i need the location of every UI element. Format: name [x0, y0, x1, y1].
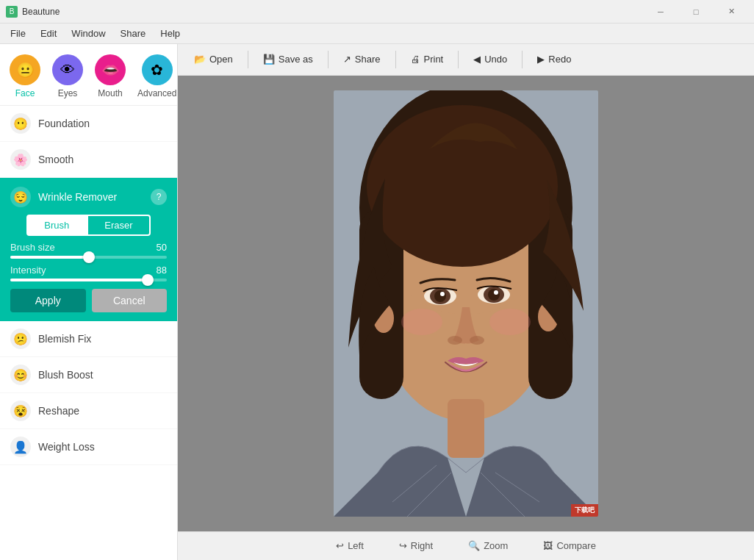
sidebar-item-blush-boost[interactable]: 😊 Blush Boost	[0, 357, 177, 393]
weight-loss-label: Weight Loss	[38, 441, 95, 453]
eyes-tab-icon: 👁	[52, 54, 83, 85]
brush-size-track[interactable]	[10, 256, 167, 259]
compare-label: Compare	[556, 540, 595, 551]
titlebar: B Beautune ─ □ ✕	[0, 0, 754, 24]
svg-rect-7	[448, 399, 484, 458]
brush-size-row: Brush size 50	[10, 242, 167, 259]
maximize-button[interactable]: □	[679, 0, 713, 24]
action-row: Apply Cancel	[10, 289, 167, 312]
sidebar-item-foundation[interactable]: 😶 Foundation	[0, 106, 177, 142]
smooth-label: Smooth	[38, 154, 73, 165]
svg-point-22	[401, 309, 442, 335]
svg-point-19	[494, 290, 498, 295]
zoom-icon: 🔍	[468, 540, 480, 551]
tab-face[interactable]: 😐 Face	[4, 51, 46, 101]
compare-icon: 🖼	[543, 540, 553, 551]
undo-button[interactable]: ◀ Undo	[464, 50, 516, 68]
bottombar: ↩ Left ↪ Right 🔍 Zoom 🖼 Compare	[178, 531, 754, 560]
wrinkle-remover-title: Wrinkle Remover	[38, 191, 151, 203]
brush-size-thumb[interactable]	[83, 251, 95, 263]
eyes-tab-label: Eyes	[58, 88, 78, 98]
intensity-thumb[interactable]	[142, 274, 154, 286]
face-tab-icon: 😐	[10, 54, 40, 85]
menu-window[interactable]: Window	[64, 25, 112, 42]
tab-eyes[interactable]: 👁 Eyes	[46, 51, 89, 101]
svg-point-20	[448, 336, 462, 345]
share-label: Share	[355, 54, 381, 65]
apply-button[interactable]: Apply	[10, 289, 86, 312]
blemish-fix-label: Blemish Fix	[38, 333, 91, 345]
toolbar: 📂 Open 💾 Save as ↗ Share 🖨 Print ◀ Undo	[178, 44, 754, 76]
toolbar-sep-4	[458, 51, 459, 68]
photo-svg	[334, 90, 598, 517]
toolbar-sep-2	[328, 51, 328, 68]
left-label: Left	[348, 540, 364, 551]
intensity-row: Intensity 88	[10, 265, 167, 281]
photo-display[interactable]: 下载吧	[334, 90, 598, 517]
open-button[interactable]: 📂 Open	[185, 50, 242, 68]
face-tab-label: Face	[15, 88, 35, 98]
left-icon: ↩	[336, 540, 344, 551]
redo-label: Redo	[548, 54, 571, 65]
mouth-tab-label: Mouth	[98, 88, 122, 98]
blemish-fix-icon: 😕	[10, 329, 31, 349]
menubar: File Edit Window Share Help	[0, 24, 754, 44]
reshape-label: Reshape	[38, 405, 79, 417]
mouth-tab-icon: 👄	[95, 54, 126, 85]
right-button[interactable]: ↪ Right	[389, 536, 443, 555]
print-icon: 🖨	[411, 54, 420, 65]
intensity-value: 88	[157, 265, 167, 276]
redo-button[interactable]: ▶ Redo	[528, 50, 580, 68]
menu-file[interactable]: File	[3, 25, 33, 42]
wrinkle-remover-icon: 😌	[10, 187, 31, 207]
svg-point-18	[488, 289, 500, 301]
weight-loss-icon: 👤	[10, 437, 31, 457]
toolbar-sep-3	[395, 51, 396, 68]
right-label: Right	[411, 540, 433, 551]
right-icon: ↪	[399, 540, 407, 551]
brush-size-fill	[10, 256, 89, 259]
share-button[interactable]: ↗ Share	[334, 50, 389, 68]
undo-icon: ◀	[473, 54, 481, 65]
svg-point-14	[434, 290, 446, 302]
eraser-button[interactable]: Eraser	[87, 215, 150, 236]
svg-point-15	[440, 292, 445, 296]
menu-help[interactable]: Help	[153, 25, 187, 42]
tab-advanced[interactable]: ✿ Advanced	[132, 51, 182, 101]
cancel-button[interactable]: Cancel	[92, 289, 168, 312]
advanced-tab-icon: ✿	[142, 54, 173, 85]
smooth-icon: 🌸	[10, 149, 31, 170]
tab-mouth[interactable]: 👄 Mouth	[89, 51, 132, 101]
sidebar-item-reshape[interactable]: 😵 Reshape	[0, 393, 177, 429]
foundation-icon: 😶	[10, 113, 31, 134]
intensity-label: Intensity	[10, 265, 46, 276]
brush-button[interactable]: Brush	[26, 215, 87, 236]
sidebar-item-blemish-fix[interactable]: 😕 Blemish Fix	[0, 321, 177, 357]
open-label: Open	[209, 54, 233, 65]
close-button[interactable]: ✕	[714, 0, 748, 24]
left-button[interactable]: ↩ Left	[326, 536, 374, 555]
intensity-track[interactable]	[10, 279, 167, 281]
print-label: Print	[424, 54, 444, 65]
undo-label: Undo	[484, 54, 507, 65]
share-icon: ↗	[343, 54, 351, 65]
sidebar-item-smooth[interactable]: 🌸 Smooth	[0, 142, 177, 178]
foundation-label: Foundation	[38, 118, 90, 129]
help-button[interactable]: ?	[151, 189, 167, 205]
watermark: 下载吧	[571, 504, 598, 517]
menu-edit[interactable]: Edit	[33, 25, 64, 42]
compare-button[interactable]: 🖼 Compare	[533, 536, 606, 555]
intensity-fill	[10, 279, 148, 281]
sidebar-item-weight-loss[interactable]: 👤 Weight Loss	[0, 429, 177, 465]
save-as-button[interactable]: 💾 Save as	[254, 50, 322, 68]
brush-eraser-toggle: Brush Eraser	[10, 215, 167, 236]
minimize-button[interactable]: ─	[644, 0, 678, 24]
content-area: 📂 Open 💾 Save as ↗ Share 🖨 Print ◀ Undo	[178, 44, 754, 560]
print-button[interactable]: 🖨 Print	[402, 50, 453, 68]
reshape-icon: 😵	[10, 401, 31, 421]
svg-point-21	[470, 336, 484, 345]
redo-icon: ▶	[537, 54, 545, 65]
open-icon: 📂	[194, 54, 206, 65]
zoom-button[interactable]: 🔍 Zoom	[458, 536, 518, 555]
menu-share[interactable]: Share	[113, 25, 154, 42]
